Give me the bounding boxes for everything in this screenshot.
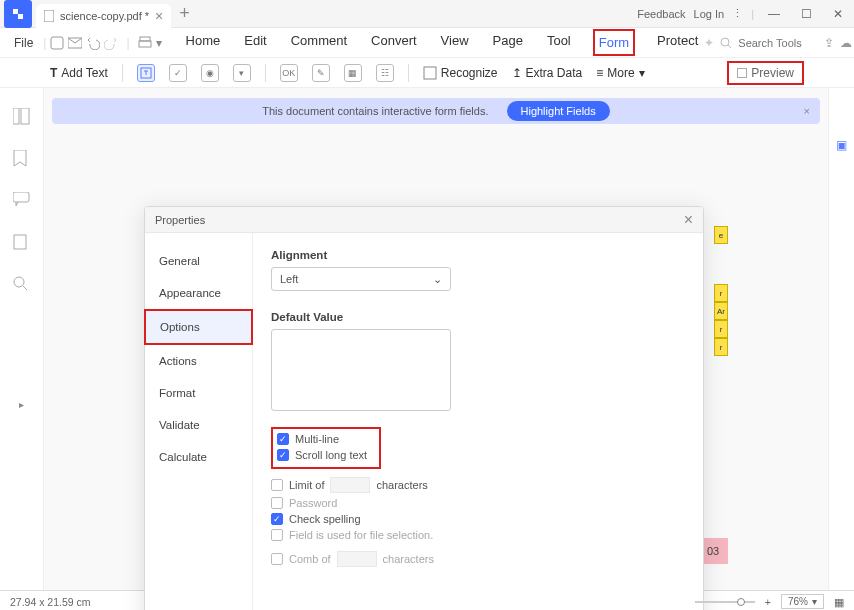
svg-rect-4 (139, 41, 151, 47)
bookmark-icon[interactable] (13, 150, 31, 168)
highlight-fields-button[interactable]: Highlight Fields (507, 101, 610, 121)
close-tab-icon[interactable]: × (155, 8, 163, 24)
tab-appearance[interactable]: Appearance (145, 277, 252, 309)
save-icon[interactable] (50, 33, 64, 53)
date-field-icon[interactable]: ☷ (376, 64, 394, 82)
password-checkbox[interactable]: ✓Password (271, 495, 685, 511)
multiline-checkbox[interactable]: ✓Multi-line (277, 431, 375, 447)
left-rail: ▸ (0, 88, 44, 590)
preview-button[interactable]: Preview (727, 61, 804, 85)
wand-icon[interactable]: ✦ (704, 36, 714, 50)
menu-protect[interactable]: Protect (655, 29, 700, 56)
menu-form[interactable]: Form (597, 31, 631, 54)
zoom-slider[interactable] (695, 601, 755, 603)
menu-home[interactable]: Home (184, 29, 223, 56)
add-text-button[interactable]: TAdd Text (50, 66, 108, 80)
dialog-options-panel: Alignment Left ⌄ Default Value ✓Multi-li… (253, 233, 703, 610)
svg-rect-0 (44, 10, 54, 22)
cloud-icon[interactable]: ☁ (840, 36, 852, 50)
menu-comment[interactable]: Comment (289, 29, 349, 56)
button-field-icon[interactable]: OK (280, 64, 298, 82)
add-tab-icon[interactable]: + (179, 3, 190, 24)
chevron-down-icon: ⌄ (433, 273, 442, 286)
tab-calculate[interactable]: Calculate (145, 441, 252, 473)
dialog-close-icon[interactable]: × (684, 211, 693, 229)
dropdown-caret-icon[interactable]: ▾ (156, 33, 162, 53)
svg-point-5 (721, 38, 729, 46)
svg-rect-9 (21, 108, 29, 124)
title-bar: science-copy.pdf * × + Feedback Log In ⋮… (0, 0, 854, 28)
menu-edit[interactable]: Edit (242, 29, 268, 56)
maximize-icon[interactable]: ☐ (794, 7, 818, 21)
default-value-label: Default Value (271, 311, 685, 323)
page-dimensions: 27.94 x 21.59 cm (10, 596, 91, 608)
minimize-icon[interactable]: — (762, 7, 786, 21)
svg-rect-8 (13, 108, 19, 124)
recognize-button[interactable]: Recognize (423, 66, 498, 80)
banner-message: This document contains interactive form … (262, 105, 488, 117)
svg-point-12 (14, 277, 24, 287)
svg-rect-10 (13, 192, 29, 202)
file-selection-checkbox[interactable]: ✓Field is used for file selection. (271, 527, 685, 543)
feedback-link[interactable]: Feedback (637, 8, 685, 20)
menu-tool[interactable]: Tool (545, 29, 573, 56)
zoom-select[interactable]: 76%▾ (781, 594, 824, 609)
tab-actions[interactable]: Actions (145, 345, 252, 377)
menu-page[interactable]: Page (491, 29, 525, 56)
search-input[interactable] (738, 37, 818, 49)
radio-field-icon[interactable]: ◉ (201, 64, 219, 82)
thumbnails-icon[interactable] (13, 108, 31, 126)
app-logo (4, 0, 32, 28)
file-icon (44, 10, 54, 22)
search-panel-icon[interactable] (13, 276, 31, 294)
comment-icon[interactable] (13, 192, 31, 210)
mail-icon[interactable] (68, 33, 82, 53)
menu-view[interactable]: View (439, 29, 471, 56)
zoom-in-icon[interactable]: + (765, 596, 771, 608)
menu-convert[interactable]: Convert (369, 29, 419, 56)
print-icon[interactable] (138, 33, 152, 53)
comb-checkbox[interactable]: ✓Comb of characters (271, 549, 685, 569)
comb-input[interactable] (337, 551, 377, 567)
document-tab[interactable]: science-copy.pdf * × (36, 4, 171, 28)
dropdown-field-icon[interactable]: ▾ (233, 64, 251, 82)
svg-rect-1 (51, 37, 63, 49)
text-field-icon[interactable] (137, 64, 155, 82)
extra-data-button[interactable]: ↥Extra Data (512, 66, 583, 80)
tab-general[interactable]: General (145, 245, 252, 277)
login-link[interactable]: Log In (694, 8, 725, 20)
default-value-textarea[interactable] (271, 329, 451, 411)
fit-page-icon[interactable]: ▦ (834, 596, 844, 608)
properties-dialog: Properties × General Appearance Options … (144, 206, 704, 610)
svg-rect-11 (14, 235, 26, 249)
tab-options[interactable]: Options (146, 311, 251, 343)
kebab-icon[interactable]: ⋮ (732, 7, 743, 20)
tab-validate[interactable]: Validate (145, 409, 252, 441)
check-spelling-checkbox[interactable]: ✓Check spelling (271, 511, 685, 527)
multiline-scroll-group: ✓Multi-line ✓Scroll long text (271, 427, 381, 469)
checkbox-field-icon[interactable]: ✓ (169, 64, 187, 82)
menu-bar: File | | ▾ Home Edit Comment Convert Vie… (0, 28, 854, 58)
form-banner: This document contains interactive form … (52, 98, 820, 124)
scroll-long-text-checkbox[interactable]: ✓Scroll long text (277, 447, 375, 463)
tab-label: science-copy.pdf * (60, 10, 149, 22)
file-menu[interactable]: File (8, 36, 39, 50)
limit-checkbox[interactable]: ✓Limit of characters (271, 475, 685, 495)
sign-field-icon[interactable]: ✎ (312, 64, 330, 82)
redo-icon[interactable] (104, 33, 118, 53)
share-icon[interactable]: ⇪ (824, 36, 834, 50)
alignment-label: Alignment (271, 249, 685, 261)
image-field-icon[interactable]: ▦ (344, 64, 362, 82)
right-rail: ▣ (828, 88, 854, 590)
expand-rail-icon[interactable]: ▸ (19, 399, 24, 410)
close-window-icon[interactable]: ✕ (826, 7, 850, 21)
banner-close-icon[interactable]: × (804, 105, 810, 117)
tab-format[interactable]: Format (145, 377, 252, 409)
limit-input[interactable] (330, 477, 370, 493)
undo-icon[interactable] (86, 33, 100, 53)
alignment-select[interactable]: Left ⌄ (271, 267, 451, 291)
dialog-titlebar: Properties × (145, 207, 703, 233)
attachment-icon[interactable] (13, 234, 31, 252)
form-panel-icon[interactable]: ▣ (836, 138, 847, 152)
more-button[interactable]: ≡More▾ (596, 66, 644, 80)
